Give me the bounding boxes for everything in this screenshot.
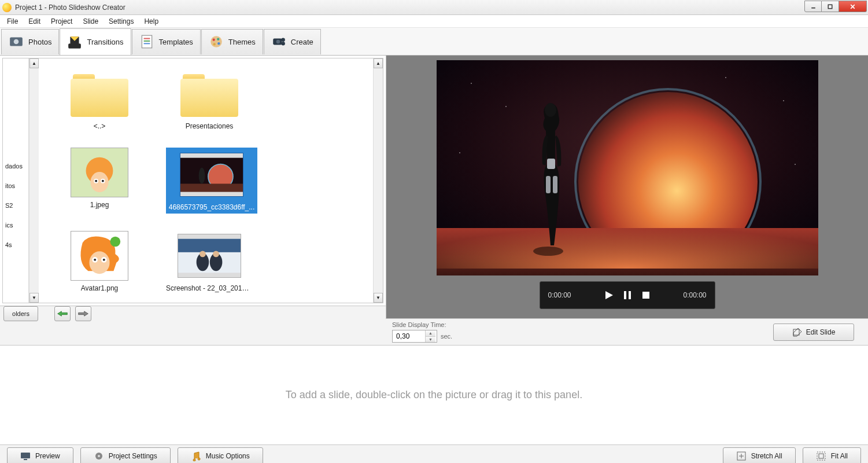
- stop-icon[interactable]: [641, 290, 651, 300]
- tree-scrollbar[interactable]: ▲ ▼: [29, 58, 39, 303]
- tab-label: Templates: [159, 38, 193, 46]
- svg-rect-1: [828, 5, 832, 9]
- svg-marker-48: [79, 311, 88, 316]
- menu-slide[interactable]: Slide: [78, 16, 103, 27]
- scroll-down-icon[interactable]: ▼: [374, 293, 383, 303]
- music-options-label: Music Options: [206, 452, 250, 460]
- preview-label: Preview: [35, 452, 60, 460]
- file-label: 1.jpeg: [90, 201, 109, 209]
- scroll-up-icon[interactable]: ▲: [29, 58, 39, 68]
- svg-rect-76: [819, 454, 823, 458]
- preview-button[interactable]: Preview: [7, 447, 73, 464]
- scroll-down-icon[interactable]: ▼: [29, 293, 39, 303]
- svg-point-63: [459, 152, 460, 153]
- svg-point-27: [95, 180, 97, 182]
- svg-rect-56: [546, 176, 551, 193]
- file-item-image[interactable]: Screenshot - 22_03_2011 ...: [166, 231, 253, 292]
- svg-marker-65: [605, 291, 613, 299]
- tab-label: Transitions: [87, 38, 123, 46]
- svg-point-5: [14, 39, 19, 45]
- file-item-image[interactable]: Avatar1.png: [56, 231, 143, 292]
- menu-project[interactable]: Project: [46, 16, 77, 27]
- nav-back-button[interactable]: [54, 306, 71, 321]
- svg-rect-55: [547, 159, 555, 169]
- tab-label: Themes: [228, 38, 256, 46]
- tab-photos[interactable]: Photos: [1, 29, 59, 54]
- svg-point-59: [471, 83, 472, 84]
- stretch-icon: [736, 451, 747, 461]
- templates-icon: [139, 34, 154, 49]
- file-label: Presentaciones: [186, 122, 234, 130]
- tab-create[interactable]: Create: [264, 29, 321, 54]
- svg-point-61: [725, 77, 726, 78]
- player-bar: 0:00:00 0:00:00: [540, 281, 715, 309]
- stretch-all-button[interactable]: Stretch All: [723, 447, 796, 464]
- svg-point-38: [94, 259, 96, 261]
- edit-slide-icon: [792, 327, 803, 337]
- fit-all-button[interactable]: Fit All: [803, 447, 861, 464]
- transitions-icon: [67, 35, 82, 50]
- scroll-up-icon[interactable]: ▲: [374, 58, 383, 68]
- file-item-folder[interactable]: Presentaciones: [166, 69, 253, 130]
- svg-point-13: [210, 36, 222, 47]
- project-settings-label: Project Settings: [109, 452, 157, 460]
- folder-tree[interactable]: dados itos S2 ics 4s: [3, 58, 29, 303]
- window-buttons: [804, 1, 867, 12]
- project-settings-button[interactable]: Project Settings: [80, 447, 171, 464]
- spinner-up-icon[interactable]: ▲: [426, 330, 435, 337]
- timeline-panel[interactable]: To add a slide, double-click on the pict…: [0, 345, 868, 444]
- folders-button[interactable]: olders: [3, 306, 38, 321]
- gear-icon: [94, 451, 104, 461]
- menu-edit[interactable]: Edit: [24, 16, 45, 27]
- tab-templates[interactable]: Templates: [132, 29, 201, 54]
- tree-item[interactable]: itos: [5, 182, 28, 189]
- file-item-image[interactable]: 1.jpeg: [56, 148, 143, 214]
- fit-icon: [816, 451, 826, 461]
- svg-rect-32: [180, 183, 243, 192]
- pause-icon[interactable]: [622, 290, 633, 300]
- thumbnail-area[interactable]: <..> Presentaciones 1.jpeg: [39, 58, 373, 303]
- tree-item[interactable]: dados: [5, 163, 28, 170]
- tree-item[interactable]: ics: [5, 222, 28, 229]
- svg-rect-67: [629, 291, 631, 299]
- scroll-track[interactable]: [29, 68, 39, 293]
- svg-point-46: [213, 251, 219, 258]
- player-controls: [604, 290, 651, 300]
- svg-marker-47: [58, 311, 68, 316]
- sub-bar: Slide Display Time: ▲ ▼ sec. Edit Slide: [0, 318, 868, 345]
- scroll-track[interactable]: [374, 68, 383, 293]
- maximize-button[interactable]: [822, 1, 839, 12]
- time-spinner[interactable]: ▲ ▼: [392, 330, 437, 343]
- time-input[interactable]: [393, 330, 425, 342]
- svg-point-19: [281, 38, 285, 42]
- menu-file[interactable]: File: [2, 16, 23, 27]
- image-thumb: [71, 148, 128, 197]
- edit-slide-button[interactable]: Edit Slide: [773, 324, 854, 341]
- svg-rect-53: [437, 199, 818, 269]
- play-icon[interactable]: [604, 290, 614, 300]
- tab-label: Create: [291, 38, 313, 46]
- file-label: Screenshot - 22_03_2011 ...: [166, 284, 253, 292]
- svg-point-45: [200, 251, 206, 258]
- file-item-image-selected[interactable]: 4686573795_cc3383d6ff_...: [166, 148, 257, 214]
- minimize-button[interactable]: [804, 1, 822, 12]
- svg-point-54: [533, 247, 563, 256]
- tree-item[interactable]: 4s: [5, 241, 28, 248]
- menu-help[interactable]: Help: [139, 16, 163, 27]
- tab-themes[interactable]: Themes: [201, 29, 263, 54]
- close-button[interactable]: [839, 1, 867, 12]
- tree-item[interactable]: S2: [5, 202, 28, 209]
- thumb-scrollbar[interactable]: ▲ ▼: [373, 58, 383, 303]
- tab-transitions[interactable]: Transitions: [60, 28, 131, 55]
- fit-all-label: Fit All: [831, 452, 848, 460]
- music-options-button[interactable]: Music Options: [178, 447, 263, 464]
- tab-label: Photos: [28, 38, 51, 46]
- svg-rect-70: [21, 453, 30, 458]
- spinner-down-icon[interactable]: ▼: [426, 337, 435, 343]
- image-thumb: [178, 234, 241, 278]
- nav-forward-button[interactable]: [75, 306, 91, 321]
- nav-row: olders: [0, 306, 386, 321]
- menu-settings[interactable]: Settings: [104, 16, 138, 27]
- svg-rect-68: [642, 292, 649, 299]
- file-item-up[interactable]: <..>: [56, 69, 143, 130]
